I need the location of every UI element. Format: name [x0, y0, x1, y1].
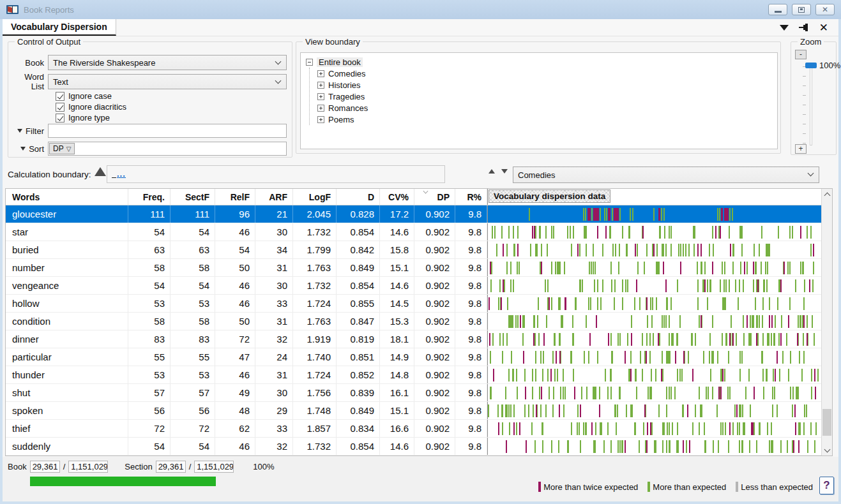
dispersion-bar	[807, 333, 808, 346]
dispersion-bar	[636, 387, 637, 399]
dispersion-bar	[743, 279, 744, 292]
table-row-suddenly[interactable]: suddenly545446321.7320.85414.60.9029.8	[6, 438, 821, 456]
table-row-hollow[interactable]: hollow535346331.7240.85514.50.9029.8	[6, 295, 821, 313]
table-row-vengeance[interactable]: vengeance545446301.7320.85414.60.9029.8	[6, 277, 821, 295]
sort-chip-dp[interactable]: DP ▽	[49, 143, 75, 154]
calculation-boundary-up-arrow[interactable]	[95, 167, 106, 176]
filter-collapse-toggle[interactable]: Filter	[12, 126, 48, 136]
expand-box-icon[interactable]	[317, 105, 324, 112]
panel-close-icon[interactable]: ✕	[819, 22, 828, 33]
panel-menu-icon[interactable]	[780, 25, 789, 31]
dispersion-bar	[520, 315, 521, 328]
zoom-slider-track[interactable]	[810, 65, 812, 145]
pin-icon[interactable]	[799, 24, 809, 31]
table-row-spoken[interactable]: spoken565648291.7480.84915.10.9029.8	[6, 402, 821, 420]
dispersion-bar	[642, 226, 644, 239]
column-header-r%[interactable]: R%	[455, 189, 487, 205]
checkbox-ignore-case[interactable]: Ignore case	[56, 91, 126, 101]
scroll-down-button[interactable]	[822, 445, 832, 456]
column-header-arf[interactable]: ARF	[255, 189, 293, 205]
calculation-boundary-link[interactable]: ...	[117, 171, 126, 178]
sort-collapse-toggle[interactable]: Sort	[12, 144, 48, 154]
table-row-thunder[interactable]: thunder535346311.7240.85214.80.9029.8	[6, 366, 821, 384]
dispersion-bar	[813, 262, 814, 274]
expand-box-icon[interactable]	[317, 93, 324, 100]
dispersion-strip	[487, 330, 821, 348]
tree-item-entire-book[interactable]: Entire book	[306, 56, 772, 68]
dispersion-bar	[655, 369, 656, 382]
value-cell: 57	[170, 384, 215, 401]
tree-item-tragedies[interactable]: Tragedies	[317, 91, 772, 102]
vertical-scrollbar[interactable]	[821, 189, 832, 456]
column-header-sectf[interactable]: SectF	[170, 189, 215, 205]
tab-vocabulary-dispersion[interactable]: Vocabulary Dispersion	[3, 19, 116, 36]
table-row-shut[interactable]: shut575749301.7560.83916.10.9029.8	[6, 384, 821, 402]
zoom-slider-handle[interactable]	[805, 63, 817, 68]
section-next-button[interactable]	[501, 169, 508, 174]
dispersion-bar	[492, 333, 494, 346]
dispersion-bar	[798, 440, 799, 453]
table-row-particular[interactable]: particular555547241.7400.85114.90.9029.8	[6, 348, 821, 366]
dispersion-bar	[771, 333, 772, 346]
column-header-vocabulary-dispersion-data[interactable]: Vocabulary dispersion data	[487, 189, 821, 205]
tree-item-romances[interactable]: Romances	[317, 102, 772, 114]
column-header-freq-[interactable]: Freq.	[128, 189, 170, 205]
dispersion-bar	[732, 208, 733, 221]
scroll-up-button[interactable]	[822, 189, 832, 200]
dispersion-bar	[686, 440, 687, 453]
table-row-dinner[interactable]: dinner838372321.9190.81918.10.9029.8	[6, 330, 821, 348]
section-combobox-value: Comedies	[518, 170, 556, 180]
dispersion-bar	[557, 369, 558, 382]
table-row-buried[interactable]: buried636354341.7990.84215.80.9029.8	[6, 241, 821, 259]
tree-item-poems[interactable]: Poems	[317, 114, 772, 125]
dispersion-bar	[583, 422, 584, 435]
column-header-dp[interactable]: DP	[414, 189, 455, 205]
close-button[interactable]: ✕	[815, 4, 835, 15]
section-previous-button[interactable]	[489, 169, 495, 174]
column-header-cv%[interactable]: CV%	[380, 189, 414, 205]
checkbox-ignore-type[interactable]: Ignore type	[56, 112, 126, 123]
column-header-d[interactable]: D	[337, 189, 380, 205]
filter-input[interactable]	[48, 124, 287, 138]
expand-box-icon[interactable]	[317, 82, 324, 89]
tree-item-histories[interactable]: Histories	[317, 79, 772, 91]
value-cell: 15.1	[380, 402, 414, 419]
book-combobox[interactable]: The Riverside Shakespeare	[48, 55, 287, 70]
table-row-thief[interactable]: thief727262331.8570.83416.60.9029.8	[6, 420, 821, 438]
column-header-words[interactable]: Words	[6, 189, 128, 205]
dispersion-bar	[752, 422, 754, 435]
zoom-in-button[interactable]: +	[795, 144, 807, 154]
column-header-relf[interactable]: RelF	[215, 189, 255, 205]
dispersion-bar	[551, 440, 552, 453]
sort-field[interactable]: DP ▽	[48, 142, 287, 156]
dispersion-bar	[506, 440, 507, 453]
dispersion-bar	[556, 351, 557, 364]
minimize-button[interactable]	[768, 4, 787, 15]
dispersion-bar	[597, 279, 598, 292]
column-header-logf[interactable]: LogF	[293, 189, 337, 205]
dispersion-bar	[687, 404, 688, 417]
collapse-box-icon[interactable]	[306, 59, 313, 66]
value-cell: 0.854	[337, 438, 380, 455]
dispersion-bar	[571, 244, 572, 256]
scrollbar-thumb[interactable]	[822, 409, 831, 436]
legend-swatch-magenta	[538, 482, 541, 492]
section-combobox[interactable]: Comedies	[513, 167, 819, 183]
wordlist-combobox[interactable]: Text	[48, 74, 287, 89]
dispersion-bar	[729, 208, 731, 221]
table-row-star[interactable]: star545446301.7320.85414.60.9029.8	[6, 223, 821, 241]
checkbox-ignore-diacritics[interactable]: Ignore diacritics	[56, 101, 126, 112]
expand-box-icon[interactable]	[317, 116, 324, 123]
table-row-number[interactable]: number585850311.7630.84915.10.9029.8	[6, 259, 821, 277]
dispersion-bar	[489, 297, 490, 310]
table-row-condition[interactable]: condition585850311.7630.84715.30.9029.8	[6, 313, 821, 330]
dispersion-bar	[524, 404, 526, 417]
help-button[interactable]: ?	[819, 477, 834, 494]
maximize-button[interactable]	[792, 4, 811, 15]
zoom-out-button[interactable]: -	[795, 50, 807, 59]
tree-item-comedies[interactable]: Comedies	[317, 68, 772, 79]
calculation-boundary-field[interactable]: ...	[107, 165, 445, 183]
expand-box-icon[interactable]	[317, 70, 324, 77]
dispersion-bar	[795, 422, 796, 435]
table-row-gloucester[interactable]: gloucester11111196212.0450.82817.20.9029…	[6, 205, 821, 223]
